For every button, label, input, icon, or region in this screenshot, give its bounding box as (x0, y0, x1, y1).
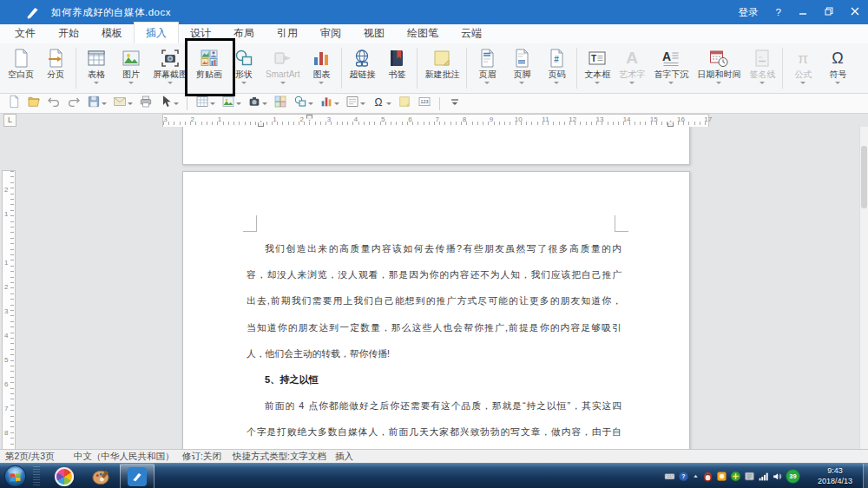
status-track-changes[interactable]: 修订:关闭 (182, 451, 221, 463)
undo-button[interactable] (45, 94, 62, 113)
vertical-ruler[interactable]: 2112345678 (2, 170, 16, 449)
screenshot-button[interactable]: 屏幕截图 (148, 43, 192, 93)
send-email-button[interactable] (111, 94, 135, 113)
table-button[interactable]: 表格 (79, 43, 114, 93)
tab-review[interactable]: 审阅 (309, 23, 352, 43)
gray-app-icon[interactable] (744, 471, 755, 482)
status-doc-type[interactable]: 快捷方式类型:文字文档 (233, 451, 326, 463)
svg-text:A: A (662, 49, 671, 63)
close-button[interactable] (851, 7, 859, 17)
open-file-button[interactable] (25, 94, 43, 113)
document-text[interactable]: 我们创造出来的高质量内容该如何去传播?有些朋友虽然写了很多高质量的内容，却没人来… (247, 235, 621, 445)
insert-frame-button[interactable] (344, 94, 367, 113)
orange-app-icon[interactable] (716, 471, 727, 482)
svg-text:A: A (627, 49, 639, 67)
restore-button[interactable] (825, 7, 833, 17)
network-icon[interactable] (758, 471, 769, 482)
optimizer-badge[interactable]: 39 (786, 469, 800, 484)
insert-shapes-button[interactable] (292, 94, 315, 113)
tab-template[interactable]: 模板 (90, 23, 134, 43)
print-button[interactable] (137, 94, 155, 113)
ruler-number: 3 (4, 307, 8, 315)
page-break-button[interactable]: 分页 (38, 43, 73, 93)
status-insert-mode[interactable]: 插入 (335, 451, 353, 463)
insert-clipart-button[interactable] (272, 94, 289, 113)
status-language[interactable]: 中文（中华人民共和国） (74, 451, 174, 463)
shield-icon[interactable] (730, 471, 741, 482)
toolbar-more-button[interactable] (446, 94, 464, 113)
select-tool-button[interactable] (157, 94, 181, 113)
tab-view[interactable]: 视图 (352, 23, 396, 43)
start-button[interactable] (3, 464, 28, 488)
bookmark-button[interactable]: 书签 (379, 43, 414, 93)
pinwheel-app-button[interactable] (47, 464, 82, 488)
minimize-button[interactable] (799, 7, 807, 17)
keyboard-icon[interactable] (664, 471, 675, 482)
horizontal-ruler[interactable]: 3211234567891011121314151617 (162, 114, 709, 128)
page-number-button[interactable]: #页码 (539, 43, 574, 93)
tab-cloud[interactable]: 云端 (450, 23, 493, 43)
wps-app-button[interactable] (120, 464, 155, 488)
redo-button[interactable] (65, 94, 82, 113)
ruler-number: 1 (273, 115, 276, 123)
new-doc-button[interactable] (5, 94, 23, 113)
insert-table-button[interactable] (194, 94, 217, 113)
text-line-1: 我们创造出来的高质量内容该如何去传播?有些朋友虽然写了很多高质量的内 (247, 235, 621, 261)
tab-stop-selector[interactable]: L (3, 114, 16, 127)
status-page-indicator[interactable]: 第2页/共3页 (5, 451, 55, 463)
page-1-bottom[interactable] (182, 127, 690, 165)
date-time-button[interactable]: 日期和时间 (693, 43, 745, 93)
word-count-button[interactable]: 123 (416, 94, 433, 113)
picture-button[interactable]: 图片 (114, 43, 148, 93)
mini-note (398, 95, 411, 112)
login-button[interactable]: 登录 (739, 6, 759, 19)
tab-drawing-pen[interactable]: 绘图笔 (396, 23, 450, 43)
page-header-button[interactable]: 页眉 (470, 43, 504, 93)
scrollbar-thumb[interactable] (861, 146, 867, 208)
signature-line-label: 签名线 (749, 69, 775, 80)
help-button[interactable]: ? (776, 7, 781, 17)
mini-omega: Ω (372, 95, 385, 112)
mini-clipart (273, 95, 287, 112)
tab-home[interactable]: 开始 (47, 23, 90, 43)
page-2[interactable]: 我们创造出来的高质量内容该如何去传播?有些朋友虽然写了很多高质量的内容，却没人来… (182, 171, 690, 449)
first-line-indent-marker[interactable] (306, 115, 312, 121)
hyperlink-button[interactable]: 超链接 (345, 43, 379, 93)
page-footer-button[interactable]: 页脚 (504, 43, 539, 93)
qq-icon[interactable] (702, 471, 713, 482)
mini-abc: 123 (418, 95, 431, 112)
insert-picture-button[interactable] (220, 94, 243, 113)
insert-symbol-button[interactable]: Ω (370, 94, 393, 113)
tab-references[interactable]: 引用 (266, 23, 309, 43)
new-comment-button[interactable]: 新建批注 (420, 43, 464, 93)
show-desktop-button[interactable] (863, 464, 868, 488)
vertical-scrollbar[interactable] (859, 127, 868, 449)
ruler-number: 6 (4, 380, 8, 388)
clipart-button[interactable]: 剪贴画 (192, 43, 227, 93)
text-box-button[interactable]: T文本框 (580, 43, 615, 93)
help-tray-icon[interactable]: ? (678, 471, 689, 482)
shapes-button[interactable]: 形状 (227, 43, 261, 93)
dropdown-caret-icon (94, 82, 99, 84)
bookmark-icon (386, 47, 407, 69)
tab-insert[interactable]: 插入 (134, 22, 179, 43)
blank-page-button[interactable]: 空白页 (3, 43, 38, 93)
ruler-number: 8 (4, 429, 8, 437)
insert-chart-button[interactable] (318, 94, 341, 113)
insert-screenshot-button[interactable] (246, 94, 269, 113)
chart-button[interactable]: 图表 (304, 43, 339, 93)
dropdown-caret-icon (800, 82, 806, 84)
volume-icon[interactable] (772, 471, 783, 482)
tab-design[interactable]: 设计 (179, 23, 222, 43)
show-hidden-icons[interactable] (692, 472, 700, 480)
paint-app-button[interactable] (83, 464, 118, 488)
save-button[interactable] (85, 94, 108, 113)
sticky-note-button[interactable] (396, 94, 413, 113)
table-label: 表格 (88, 69, 105, 80)
symbol-button[interactable]: Ω符号 (820, 43, 855, 93)
dropdown-caret-icon (262, 102, 267, 105)
tab-layout[interactable]: 布局 (222, 23, 266, 43)
drop-cap-button[interactable]: A首字下沉 (649, 43, 693, 93)
taskbar-clock[interactable]: 9:43 2018/4/13 (807, 465, 863, 486)
tab-file[interactable]: 文件 (3, 23, 47, 43)
